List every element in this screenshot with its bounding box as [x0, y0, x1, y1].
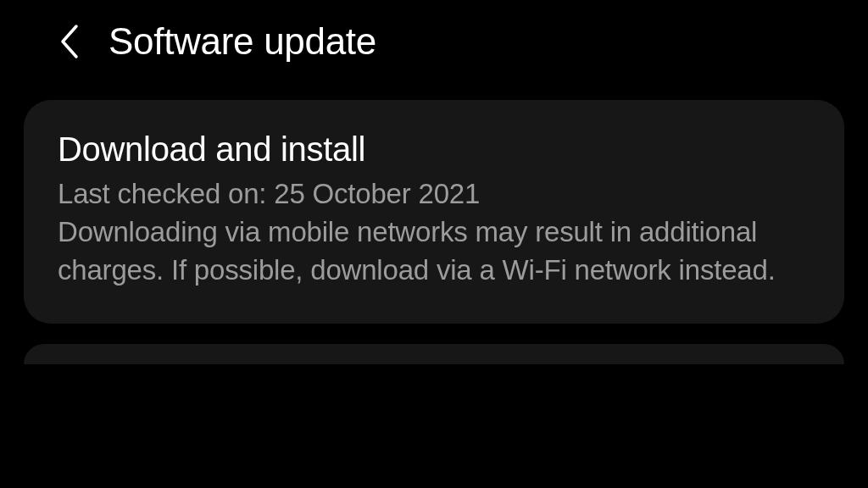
chevron-left-icon: [58, 23, 81, 60]
header-bar: Software update: [0, 0, 868, 86]
back-button[interactable]: [58, 23, 81, 60]
card-description: Downloading via mobile networks may resu…: [58, 214, 810, 290]
next-card-partial: [24, 344, 844, 364]
last-checked-text: Last checked on: 25 October 2021: [58, 175, 810, 214]
page-title: Software update: [108, 20, 376, 63]
card-title: Download and install: [58, 130, 810, 169]
download-install-card[interactable]: Download and install Last checked on: 25…: [24, 100, 844, 324]
